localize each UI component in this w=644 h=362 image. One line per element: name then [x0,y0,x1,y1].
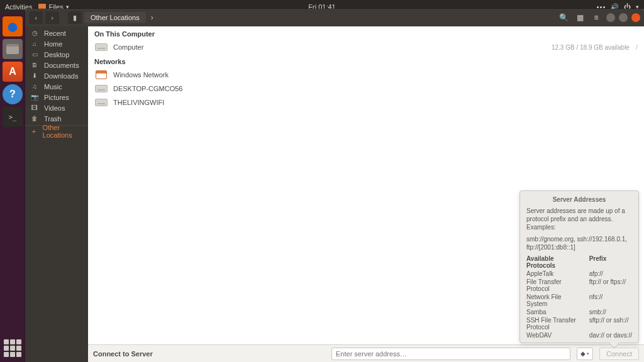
popover-title: Server Addresses [526,196,632,203]
dock-app-files[interactable] [3,39,23,59]
folder-icon: 🗎 [30,62,39,69]
home-icon: ⌂ [30,40,39,47]
popover-examples: smb://gnome.org, ssh://192.168.0.1, ftp:… [526,235,632,251]
dock-app-terminal[interactable]: >_ [3,107,23,127]
connect-button[interactable]: Connect [599,348,639,360]
main-view: On This Computer Computer 12.3 GB / 18.9… [88,26,644,362]
sidebar-item-recent[interactable]: ◷Recent [25,28,88,38]
drive-icon [94,41,108,53]
chevron-down-icon: ▾ [587,351,589,356]
path-segment[interactable]: Other Locations [84,12,146,23]
sidebar-item-downloads[interactable]: ⬇Downloads [25,70,88,81]
camera-icon: 📷 [30,94,39,101]
clock-icon: ◷ [30,30,39,36]
server-address-help-popover: Server Addresses Server addresses are ma… [519,190,639,343]
dock-app-software[interactable]: A [3,62,23,82]
sidebar-item-music[interactable]: ♫Music [25,81,88,92]
path-bar-toggle[interactable]: ▮ [68,11,82,24]
plus-icon: + [30,128,38,135]
help-icon: ◆ [580,350,586,357]
sidebar-item-trash[interactable]: 🗑Trash [25,113,88,124]
sidebar-item-desktop[interactable]: ▭Desktop [25,49,88,60]
sidebar-item-videos[interactable]: 🎞Videos [25,102,88,113]
section-on-this-computer: On This Computer [88,26,644,40]
dock-app-help[interactable]: ? [3,84,23,104]
network-folder-icon [94,69,108,80]
sidebar-item-pictures[interactable]: 📷Pictures [25,92,88,102]
window-minimize-button[interactable] [606,13,615,22]
popover-description: Server addresses are made up of a protoc… [526,207,632,231]
files-window: ‹ › ▮ Other Locations › 🔍 ▦ ≡ ◷Recent ⌂H… [25,9,644,362]
sidebar-item-other-locations[interactable]: +Other Locations [25,125,88,136]
mount-path: / [636,43,638,51]
hamburger-menu-button[interactable]: ≡ [590,11,602,24]
chevron-right-icon: › [151,13,153,22]
search-button[interactable]: 🔍 [557,11,570,24]
connect-to-server-bar: Connect to Server ◆▾ Connect [88,344,644,362]
sidebar-item-home[interactable]: ⌂Home [25,38,88,49]
connect-label: Connect to Server [93,350,153,358]
address-hint-button[interactable]: ◆▾ [577,348,593,360]
server-icon [94,97,108,108]
places-sidebar: ◷Recent ⌂Home ▭Desktop 🗎Documents ⬇Downl… [25,26,88,362]
dock: A ? >_ [0,14,25,362]
server-icon [94,83,108,94]
location-row-network-host[interactable]: DESKTOP-CGMCO56 [88,82,644,96]
location-row-windows-network[interactable]: Windows Network [88,68,644,82]
nav-back-button[interactable]: ‹ [29,11,43,24]
show-applications-button[interactable] [4,339,21,357]
download-icon: ⬇ [30,72,39,79]
server-address-input[interactable] [331,348,570,360]
desktop-icon: ▭ [30,51,39,58]
disk-usage: 12.3 GB / 18.9 GB available [552,44,630,51]
dock-app-firefox[interactable] [3,16,23,36]
section-networks: Networks [88,54,644,68]
nav-forward-button[interactable]: › [45,11,59,24]
header-bar: ‹ › ▮ Other Locations › 🔍 ▦ ≡ [25,9,644,26]
trash-icon: 🗑 [30,115,39,122]
view-grid-button[interactable]: ▦ [574,11,586,24]
window-close-button[interactable] [631,13,640,22]
sidebar-item-documents[interactable]: 🗎Documents [25,60,88,70]
location-row-computer[interactable]: Computer 12.3 GB / 18.9 GB available / [88,40,644,54]
location-row-network-host[interactable]: THELIVINGWIFI [88,96,644,109]
window-maximize-button[interactable] [619,13,628,22]
network-icon[interactable] [597,6,605,8]
video-icon: 🎞 [30,104,39,111]
music-icon: ♫ [30,83,39,90]
protocol-table: Available Protocols Prefix AppleTalkafp:… [526,255,632,339]
